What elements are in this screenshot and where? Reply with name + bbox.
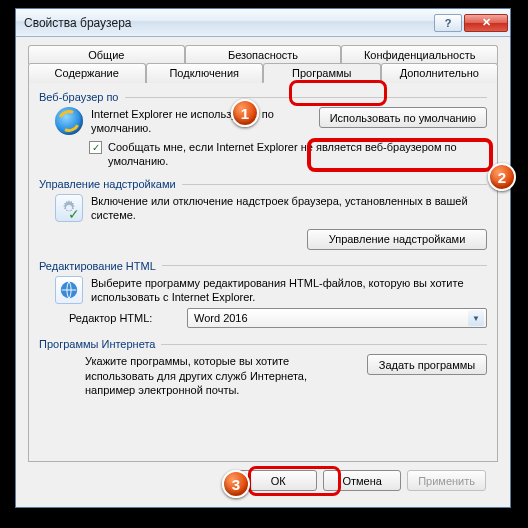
html-editor-value: Word 2016 xyxy=(194,312,248,324)
internet-desc: Укажите программы, которые вы хотите исп… xyxy=(85,354,359,397)
notify-checkbox-label: Сообщать мне, если Internet Explorer не … xyxy=(108,140,487,169)
group-title-addons: Управление надстройками xyxy=(39,178,176,190)
apply-button[interactable]: Применить xyxy=(407,470,486,491)
group-html-editing: Редактирование HTML Выберите программу р… xyxy=(39,260,487,331)
html-doc-icon xyxy=(55,276,83,304)
internet-options-dialog: Свойства браузера ? ✕ Общие Безопасность… xyxy=(15,8,511,508)
close-button[interactable]: ✕ xyxy=(464,14,508,32)
titlebar[interactable]: Свойства браузера ? ✕ xyxy=(16,9,510,37)
html-desc: Выберите программу редактирования HTML-ф… xyxy=(91,276,487,305)
html-editor-select[interactable]: Word 2016 ▼ xyxy=(187,308,487,328)
tab-general[interactable]: Общие xyxy=(28,45,185,64)
window-controls: ? ✕ xyxy=(434,14,508,32)
use-default-button[interactable]: Использовать по умолчанию xyxy=(319,107,487,128)
browser-status-text: Internet Explorer не используется по умо… xyxy=(91,107,311,136)
group-default-browser: Веб-браузер по Internet Explorer не испо… xyxy=(39,91,487,170)
tab-content-area: Веб-браузер по Internet Explorer не испо… xyxy=(28,82,498,462)
ie-icon xyxy=(55,107,83,135)
cancel-button[interactable]: Отмена xyxy=(323,470,401,491)
group-internet-programs: Программы Интернета Укажите программы, к… xyxy=(39,338,487,399)
tab-privacy[interactable]: Конфиденциальность xyxy=(341,45,498,64)
tab-connections[interactable]: Подключения xyxy=(146,63,264,83)
manage-addons-button[interactable]: Управление надстройками xyxy=(307,229,487,250)
window-title: Свойства браузера xyxy=(24,16,434,30)
tabstrip: Общие Безопасность Конфиденциальность Со… xyxy=(28,45,498,462)
set-programs-button[interactable]: Задать программы xyxy=(367,354,487,375)
chevron-down-icon: ▼ xyxy=(468,310,484,326)
tab-advanced[interactable]: Дополнительно xyxy=(381,63,499,83)
ok-button[interactable]: ОК xyxy=(239,470,317,491)
group-title-internet: Программы Интернета xyxy=(39,338,155,350)
notify-checkbox[interactable]: ✓ xyxy=(89,141,102,154)
tab-security[interactable]: Безопасность xyxy=(185,45,342,64)
help-button[interactable]: ? xyxy=(434,14,462,32)
group-title-html: Редактирование HTML xyxy=(39,260,156,272)
addons-desc: Включение или отключение надстроек брауз… xyxy=(91,194,487,223)
tab-programs[interactable]: Программы xyxy=(263,63,381,83)
html-editor-label: Редактор HTML: xyxy=(69,312,179,324)
dialog-button-bar: ОК Отмена Применить xyxy=(28,462,498,491)
tab-content[interactable]: Содержание xyxy=(28,63,146,83)
group-title-browser: Веб-браузер по xyxy=(39,91,119,103)
group-addons: Управление надстройками Включение или от… xyxy=(39,178,487,252)
gear-check-icon xyxy=(55,194,83,222)
